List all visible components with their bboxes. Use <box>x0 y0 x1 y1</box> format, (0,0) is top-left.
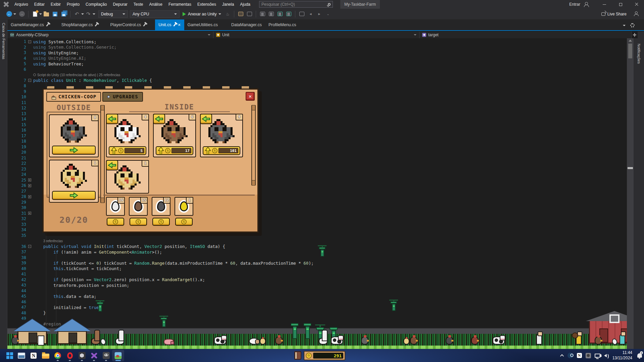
codelens-references[interactable]: Script do Unity (10 referências de ativo… <box>33 73 120 77</box>
type-dropdown[interactable]: ◆ Unit <box>213 32 419 38</box>
word-wrap-icon[interactable] <box>285 10 292 18</box>
menu-arquivo[interactable]: Arquivo <box>11 0 31 9</box>
taskbar-clock[interactable]: 11:44 13/11/2024 <box>612 350 632 361</box>
sell-egg-button[interactable]: G <box>175 218 193 226</box>
move-outside-button[interactable] <box>200 114 212 124</box>
tab-GameUtilities.cs[interactable]: GameUtilities.cs <box>184 19 221 30</box>
new-file-icon[interactable] <box>31 10 39 18</box>
menu-exibir[interactable]: Exibir <box>48 0 64 9</box>
move-inside-button[interactable] <box>52 191 96 200</box>
find-in-files-icon[interactable] <box>237 10 244 18</box>
collapse-region-icon[interactable]: - <box>28 245 31 248</box>
sell-egg-button[interactable]: G <box>130 218 147 226</box>
menu-análise[interactable]: Análise <box>146 0 165 9</box>
undo-icon[interactable]: ↶ <box>73 10 81 18</box>
egg-slot-gold[interactable]: 1 <box>175 197 193 216</box>
account-icon[interactable] <box>584 2 589 7</box>
redo-icon[interactable]: ↷ <box>85 10 92 18</box>
panel-divider-column[interactable] <box>100 105 105 203</box>
taskbar-app-explorer[interactable] <box>40 350 52 361</box>
volume-tray-icon[interactable] <box>604 354 607 357</box>
bookmark-icon[interactable] <box>298 10 305 18</box>
menu-janela[interactable]: Janela <box>219 0 237 9</box>
navigate-forward-icon[interactable]: → <box>18 10 26 18</box>
scroll-up-icon[interactable] <box>629 40 632 42</box>
indent-guides-icon[interactable] <box>267 10 275 18</box>
tab-GameManager.cs[interactable]: GameManager.cs <box>7 19 51 30</box>
expand-region-icon[interactable]: + <box>28 178 31 182</box>
network-tray-icon[interactable] <box>595 354 600 358</box>
collapse-region-icon[interactable]: - <box>28 79 31 82</box>
menu-depurar[interactable]: Depurar <box>110 0 130 9</box>
pin-icon[interactable] <box>174 23 176 27</box>
expand-region-icon[interactable]: + <box>28 184 31 187</box>
game-tab-chicken-coop[interactable]: CHICKEN-COOP <box>46 92 101 102</box>
tab-ShopManager.cs[interactable]: ShopManager.cs <box>58 19 100 30</box>
tab-Unit.cs[interactable]: Unit.cs✕ <box>155 19 184 30</box>
tab-list-dropdown-icon[interactable] <box>623 25 626 26</box>
inside-slot-card[interactable]: 1 <box>106 160 149 194</box>
editor-vertical-scrollbar[interactable] <box>627 38 634 349</box>
next-bookmark-icon[interactable]: ► <box>315 10 323 18</box>
taskbar-app-gimp[interactable] <box>100 350 112 361</box>
upgrade-bar[interactable]: G101 <box>203 146 240 155</box>
inside-slot-card[interactable]: 4G5 <box>106 114 149 157</box>
move-outside-button[interactable] <box>106 160 118 170</box>
menu-projeto[interactable]: Projeto <box>64 0 83 9</box>
redo-dropdown-icon[interactable] <box>93 13 95 15</box>
close-window-button[interactable] <box>629 0 644 9</box>
save-all-icon[interactable] <box>60 10 67 18</box>
inside-slot-card[interactable]: 9G101 <box>200 114 243 157</box>
sign-in-button[interactable]: Entrar <box>569 2 580 7</box>
sell-egg-button[interactable]: G <box>152 218 170 226</box>
taskbar-app-opera[interactable] <box>64 350 76 361</box>
tab-PlayerControl.cs[interactable]: PlayerControl.cs <box>107 19 148 30</box>
notion-tray-icon[interactable]: N <box>577 353 582 358</box>
member-dropdown[interactable]: ◆ target <box>419 32 632 38</box>
toolbox-side-tab[interactable]: Caixa de Ferramentas <box>0 19 7 349</box>
egg-slot-white[interactable]: 16 <box>106 197 125 216</box>
coin-counter-widget[interactable]: G 291 <box>304 351 345 360</box>
notifications-side-tab[interactable]: Notificações <box>634 32 644 349</box>
inside-slot-card[interactable]: 6G17 <box>153 114 196 157</box>
pin-icon[interactable] <box>143 23 146 27</box>
move-outside-button[interactable] <box>153 114 165 124</box>
taskbar-app-farm-game[interactable] <box>112 350 124 361</box>
previous-bookmark-icon[interactable]: ◄ <box>307 10 314 18</box>
project-dropdown[interactable]: C# Assembly-CSharp <box>7 32 213 38</box>
close-game-window-button[interactable]: ✕ <box>246 92 255 101</box>
split-editor-button[interactable] <box>632 32 638 38</box>
sell-egg-button[interactable]: G <box>107 218 124 226</box>
taskbar-app-unity[interactable] <box>76 350 88 361</box>
pin-icon[interactable] <box>46 23 49 27</box>
tab-DataManager.cs[interactable]: DataManager.cs <box>228 19 265 30</box>
egg-slot-brown[interactable]: 15 <box>129 197 148 216</box>
unity-tray-icon[interactable] <box>586 353 591 358</box>
scrollbar-thumb[interactable] <box>628 44 632 58</box>
game-tab-upgrades[interactable]: ★UPGRADES <box>102 92 143 102</box>
steam-tray-icon[interactable] <box>567 353 573 358</box>
solution-explorer-home-icon[interactable] <box>246 10 253 18</box>
book-widget-icon[interactable] <box>294 351 301 360</box>
outside-slot-card[interactable]: 1 <box>49 160 99 203</box>
close-tab-icon[interactable]: ✕ <box>178 23 181 27</box>
taskbar-app-visual-studio[interactable] <box>88 350 100 361</box>
menu-compilação[interactable]: Compilação <box>83 0 110 9</box>
navigate-backward-icon[interactable]: ← <box>5 10 13 18</box>
solution-configuration-dropdown[interactable]: Debug <box>98 10 128 18</box>
open-file-icon[interactable] <box>43 10 50 18</box>
live-share-button[interactable]: Live Share <box>601 9 627 19</box>
menu-editar[interactable]: Editar <box>31 0 48 9</box>
hot-reload-icon[interactable]: ♨ <box>224 10 231 18</box>
menu-ajuda[interactable]: Ajuda <box>237 0 253 9</box>
menu-teste[interactable]: Teste <box>131 0 146 9</box>
egg-slot-dark[interactable]: 12 <box>152 197 170 216</box>
taskbar-app-task-manager[interactable] <box>15 350 28 361</box>
upgrade-bar[interactable]: G5 <box>109 146 146 155</box>
solution-platform-dropdown[interactable]: Any CPU <box>130 10 180 18</box>
expand-region-icon[interactable]: + <box>28 195 31 198</box>
undo-dropdown-icon[interactable] <box>81 13 84 15</box>
expand-region-icon[interactable]: + <box>28 212 31 215</box>
new-file-dropdown-icon[interactable] <box>39 13 42 15</box>
codelens-references[interactable]: 3 referências <box>33 239 63 243</box>
